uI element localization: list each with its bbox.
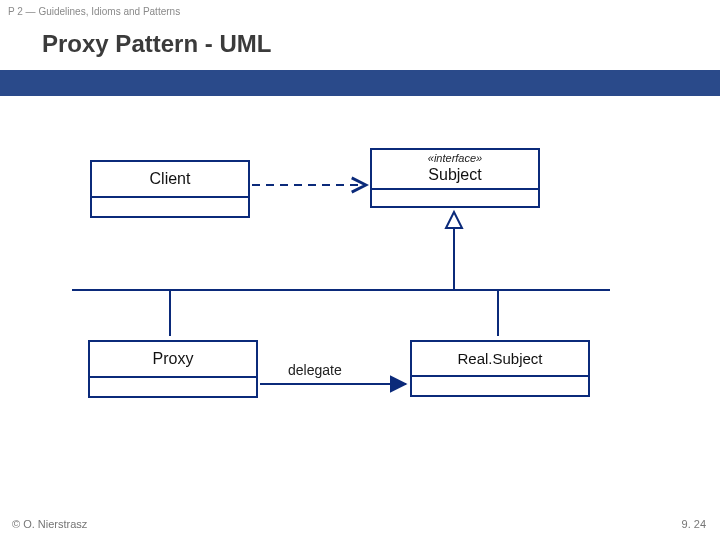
uml-class-name: Proxy (90, 342, 256, 376)
uml-compartment (90, 376, 256, 396)
page-title: Proxy Pattern - UML (42, 30, 271, 58)
footer-copyright: © O. Nierstrasz (12, 518, 87, 530)
uml-compartment (372, 188, 538, 206)
uml-compartment (412, 375, 588, 395)
title-band (0, 70, 720, 96)
footer-page: 9. 24 (682, 518, 706, 530)
delegate-label: delegate (288, 362, 342, 378)
uml-compartment (92, 196, 248, 216)
slide: P 2 — Guidelines, Idioms and Patterns Pr… (0, 0, 720, 540)
uml-interface-subject: «interface» Subject (370, 148, 540, 208)
uml-stereotype: «interface» (372, 150, 538, 164)
breadcrumb: P 2 — Guidelines, Idioms and Patterns (8, 6, 180, 17)
uml-class-name: Subject (372, 164, 538, 188)
uml-gen-arrowhead (446, 212, 462, 228)
uml-class-name: Real.Subject (412, 342, 588, 375)
uml-class-proxy: Proxy (88, 340, 258, 398)
uml-class-name: Client (92, 162, 248, 196)
uml-class-realsubject: Real.Subject (410, 340, 590, 397)
uml-class-client: Client (90, 160, 250, 218)
